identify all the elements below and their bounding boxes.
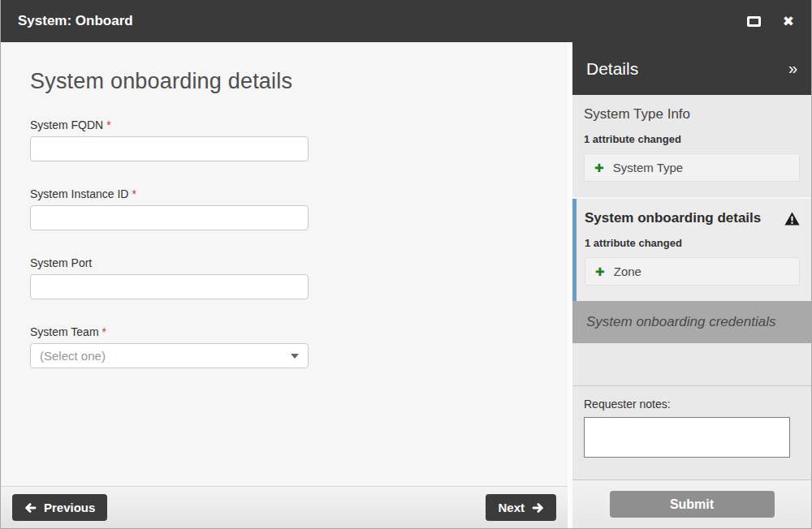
chevron-down-icon (291, 354, 299, 359)
required-mark: * (106, 118, 110, 131)
warning-icon (784, 212, 800, 226)
requester-notes-label: Requester notes: (584, 398, 800, 411)
attributes-changed-status: 1 attribute changed (585, 237, 800, 249)
arrow-right-icon (532, 502, 544, 514)
field-label: System Instance ID* (30, 187, 538, 200)
details-header: Details » (572, 42, 811, 95)
field-system-instance-id: System Instance ID* (30, 187, 538, 230)
system-fqdn-input[interactable] (30, 136, 309, 161)
requester-notes-input[interactable] (584, 417, 790, 458)
field-label-text: System Team (30, 325, 99, 338)
section-title: System onboarding details (585, 210, 761, 226)
section-title: System Type Info (584, 106, 690, 123)
collapse-sidebar-icon[interactable]: » (788, 59, 797, 78)
requester-notes-block: Requester notes: (572, 385, 811, 468)
changed-attribute-label: System Type (613, 161, 683, 174)
window-controls: ✖ (747, 15, 794, 28)
changed-attribute-zone[interactable]: ✚ Zone (585, 257, 800, 286)
next-button[interactable]: Next (486, 494, 556, 521)
details-sidebar: Details » System Type Info 1 attribute c… (572, 42, 811, 528)
disabled-section-title: System onboarding credentials (586, 314, 775, 330)
wizard-footer: Previous Next (1, 486, 568, 528)
field-label-text: System Instance ID (30, 187, 128, 200)
field-label: System Team* (30, 325, 538, 338)
system-team-select[interactable]: (Select one) (30, 343, 309, 368)
submit-button[interactable]: Submit (610, 491, 775, 518)
attributes-changed-status: 1 attribute changed (584, 133, 800, 145)
plus-icon: ✚ (595, 265, 605, 278)
sidebar-spacer (572, 343, 811, 385)
previous-button[interactable]: Previous (12, 494, 107, 521)
sidebar-section-system-onboarding-credentials: System onboarding credentials (572, 301, 811, 343)
system-port-input[interactable] (30, 274, 309, 299)
maximize-icon[interactable] (747, 16, 761, 27)
sidebar-footer: Submit (572, 480, 811, 528)
field-system-port: System Port (30, 256, 538, 299)
details-title: Details (586, 59, 638, 79)
plus-icon: ✚ (594, 161, 604, 174)
window-title: System: Onboard (18, 13, 133, 29)
sidebar-section-system-onboarding-details: System onboarding details 1 attribute ch… (572, 199, 811, 301)
main-panel: System onboarding details System FQDN* S… (1, 42, 568, 528)
previous-button-label: Previous (44, 501, 95, 514)
next-button-label: Next (498, 501, 525, 514)
required-mark: * (132, 187, 136, 200)
field-label-text: System FQDN (30, 118, 103, 131)
field-label: System FQDN* (30, 118, 538, 131)
titlebar: System: Onboard ✖ (1, 0, 811, 42)
field-label-text: System Port (30, 256, 92, 269)
arrow-left-icon (24, 502, 37, 514)
field-system-team: System Team* (Select one) (30, 325, 538, 368)
changed-attribute-system-type[interactable]: ✚ System Type (584, 153, 800, 182)
sidebar-section-system-type-info: System Type Info 1 attribute changed ✚ S… (572, 95, 811, 197)
select-value: (Select one) (40, 349, 291, 363)
changed-attribute-label: Zone (614, 264, 641, 278)
onboard-dialog: System: Onboard ✖ System onboarding deta… (0, 0, 812, 529)
field-system-fqdn: System FQDN* (30, 118, 538, 161)
field-label: System Port (30, 256, 538, 269)
system-instance-id-input[interactable] (30, 205, 309, 230)
page-title: System onboarding details (30, 69, 538, 94)
close-icon[interactable]: ✖ (783, 15, 794, 28)
required-mark: * (102, 325, 106, 338)
